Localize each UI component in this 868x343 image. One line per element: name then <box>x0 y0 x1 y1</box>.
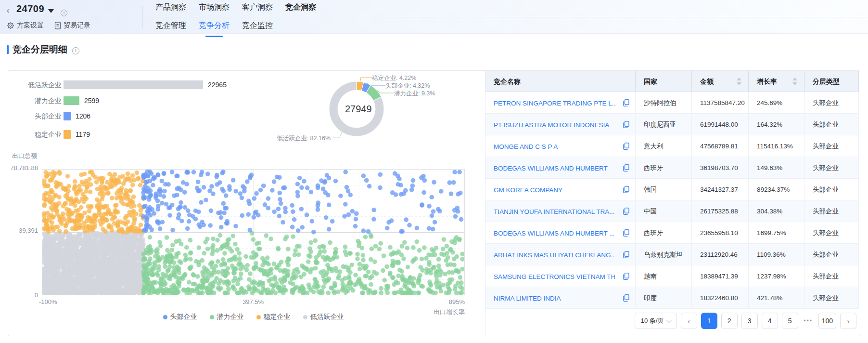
page-button-1[interactable]: 1 <box>701 313 717 329</box>
page-button-4[interactable]: 4 <box>762 313 778 329</box>
growth-cell: 1699.75% <box>749 222 804 243</box>
scatter-x-tick-min: -100% <box>39 298 57 305</box>
top-header: ‹ 24709 ! 方案设置 贸易记录 产品洞察市场洞察客户洞察竞企洞察 竞企管… <box>0 0 868 34</box>
copy-icon[interactable] <box>623 186 629 193</box>
section-info[interactable]: ! <box>72 45 79 54</box>
company-cell: BODEGAS WILLIAMS AND HUMBERT ... <box>485 222 636 243</box>
table-row: GM KOREA COMPANY韩国34241327.3789234.37%头部… <box>485 179 859 200</box>
main-tab-bar: 产品洞察市场洞察客户洞察竞企洞察 <box>155 0 316 17</box>
tab-4[interactable]: 竞企洞察 <box>285 0 316 17</box>
country-cell: 沙特阿拉伯 <box>636 92 692 113</box>
legend-label: 头部企业 <box>170 313 197 321</box>
donut-label-potential: 潜力企业: 9.3% <box>394 90 435 98</box>
plan-title[interactable]: 24709 <box>16 3 44 14</box>
legend-item-1[interactable]: 头部企业 <box>163 313 197 321</box>
donut-total-label: 27949 <box>345 104 372 115</box>
amount-cell: 18322460.80 <box>692 287 749 308</box>
bar-rect[interactable] <box>64 112 71 120</box>
table-row: TIANJIN YOUFA INTERNATIONAL TRA...中国2617… <box>485 200 859 222</box>
column-header-5: 分层类型 <box>804 71 859 92</box>
sort-caret-icon[interactable] <box>792 77 797 86</box>
table-row: SAMSUNG ELECTRONICS VIETNAM TH越南18389471… <box>485 265 859 287</box>
copy-icon[interactable] <box>623 143 629 150</box>
amount-cell: 18389471.39 <box>692 265 749 287</box>
layer-type-cell: 头部企业 <box>804 200 859 222</box>
table-row: BODEGAS WILLIAMS AND HUMBERT西班牙36198703.… <box>485 157 859 179</box>
company-link[interactable]: ARHAT INKS MAS ULIYATI CHEKLANG... <box>494 244 615 265</box>
tab-2[interactable]: 市场洞察 <box>199 0 230 17</box>
copy-icon[interactable] <box>623 273 629 280</box>
section-title-row: 竞企分层明细 ! <box>7 43 79 56</box>
company-link[interactable]: PT ISUZU ASTRA MOTOR INDONESIA <box>494 114 609 135</box>
tab-1[interactable]: 产品洞察 <box>155 0 186 17</box>
company-cell: PT ISUZU ASTRA MOTOR INDONESIA <box>485 114 636 135</box>
next-page-button[interactable]: › <box>840 313 856 329</box>
copy-icon[interactable] <box>623 99 629 106</box>
bar-rect[interactable] <box>64 96 79 105</box>
company-link[interactable]: BODEGAS WILLIAMS AND HUMBERT ... <box>494 223 615 243</box>
legend-dot <box>256 315 261 319</box>
caret-down-icon[interactable] <box>48 9 54 13</box>
growth-cell: 149.63% <box>749 157 804 178</box>
amount-cell: 23655958.10 <box>692 222 749 243</box>
header-info[interactable]: ! <box>61 8 67 16</box>
company-link[interactable]: NIRMA LIMITED INDIA <box>494 288 561 308</box>
column-header-label: 竞企名称 <box>494 78 521 85</box>
amount-cell: 47568789.81 <box>692 135 749 157</box>
bar-rect[interactable] <box>64 130 71 139</box>
scatter-y-tick-zero: 0 <box>8 291 38 299</box>
layer-type-cell: 头部企业 <box>804 157 859 178</box>
trade-records-button[interactable]: 贸易记录 <box>54 21 90 30</box>
prev-page-button[interactable]: ‹ <box>681 313 697 329</box>
legend-item-3[interactable]: 稳定企业 <box>256 313 291 321</box>
copy-icon[interactable] <box>623 229 629 237</box>
bar-value-label: 1179 <box>76 130 90 139</box>
layer-share-donut-chart[interactable] <box>278 71 480 158</box>
copy-icon[interactable] <box>623 294 629 302</box>
company-link[interactable]: TIANJIN YOUFA INTERNATIONAL TRA... <box>494 201 615 222</box>
scatter-y-tick-max: 78,781.88 <box>8 164 38 172</box>
table-row: PT ISUZU ASTRA MOTOR INDONESIA印度尼西亚61991… <box>485 114 859 135</box>
layer-type-cell: 头部企业 <box>804 287 859 308</box>
copy-icon[interactable] <box>623 164 629 172</box>
sub-tab-3[interactable]: 竞企监控 <box>242 19 273 33</box>
bar-rect[interactable] <box>64 80 203 89</box>
sub-tab-1[interactable]: 竞企管理 <box>155 19 186 33</box>
copy-icon[interactable] <box>623 208 629 215</box>
company-link[interactable]: BODEGAS WILLIAMS AND HUMBERT <box>494 158 608 178</box>
header-divider <box>142 6 143 28</box>
header-actions: 方案设置 贸易记录 <box>7 21 90 30</box>
sort-caret-icon[interactable] <box>737 77 741 86</box>
legend-item-2[interactable]: 潜力企业 <box>210 313 244 321</box>
info-circle-icon: ! <box>72 47 79 54</box>
page-button-3[interactable]: 3 <box>741 313 758 329</box>
column-header-3: 金额 <box>692 71 749 92</box>
layering-scatter-plot[interactable] <box>42 169 465 295</box>
company-link[interactable]: SAMSUNG ELECTRONICS VIETNAM TH <box>494 266 615 287</box>
company-link[interactable]: GM KOREA COMPANY <box>494 179 562 200</box>
donut-label-stable: 稳定企业: 4.22% <box>372 74 416 82</box>
copy-icon[interactable] <box>623 121 629 128</box>
copy-icon[interactable] <box>623 251 629 258</box>
page-ellipsis[interactable]: ••• <box>802 313 815 329</box>
layer-type-cell: 头部企业 <box>804 244 859 265</box>
tab-3[interactable]: 客户洞察 <box>242 0 273 17</box>
page-button-5[interactable]: 5 <box>782 313 798 329</box>
page-button-2[interactable]: 2 <box>721 313 738 329</box>
company-link[interactable]: MONGE AND C S P A <box>494 136 558 157</box>
country-cell: 西班牙 <box>636 222 692 243</box>
company-link[interactable]: PETRON SINGAPORE TRADING PTE L... <box>494 92 615 113</box>
company-cell: TIANJIN YOUFA INTERNATIONAL TRA... <box>485 200 636 222</box>
page-size-select[interactable]: 10 条/页 <box>635 313 677 329</box>
country-cell: 乌兹别克斯坦 <box>636 244 692 265</box>
bar-category-label: 潜力企业 <box>0 96 62 105</box>
bar-value-label: 22965 <box>208 80 227 89</box>
legend-item-4[interactable]: 低活跃企业 <box>303 313 344 321</box>
page-button-last[interactable]: 100 <box>818 313 836 329</box>
sub-tab-2[interactable]: 竞争分析 <box>199 19 230 33</box>
amount-cell: 61991448.00 <box>692 114 749 135</box>
plan-settings-button[interactable]: 方案设置 <box>7 21 44 30</box>
layer-type-cell: 头部企业 <box>804 222 859 243</box>
country-cell: 西班牙 <box>636 157 692 178</box>
back-chevron-icon[interactable]: ‹ <box>7 6 15 15</box>
